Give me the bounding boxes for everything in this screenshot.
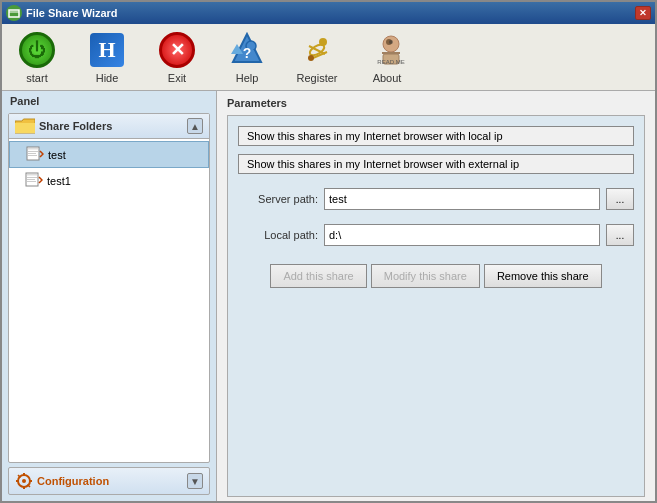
register-icon <box>297 30 337 70</box>
start-label: start <box>26 72 47 84</box>
svg-rect-22 <box>27 177 37 178</box>
params-content: Show this shares in my Internet browser … <box>227 115 645 497</box>
local-path-row: Local path: ... <box>238 224 634 246</box>
svg-rect-16 <box>28 148 38 150</box>
btn-external-ip[interactable]: Show this shares in my Internet browser … <box>238 154 634 174</box>
local-path-browse-button[interactable]: ... <box>606 224 634 246</box>
svg-text:READ ME: READ ME <box>377 59 404 65</box>
svg-rect-21 <box>27 174 37 176</box>
file-icon-test1 <box>25 171 43 190</box>
exit-label: Exit <box>168 72 186 84</box>
toolbar-hide[interactable]: H Hide <box>82 30 132 84</box>
title-controls: ✕ <box>635 6 651 20</box>
hide-label: Hide <box>96 72 119 84</box>
tree-header-left: Share Folders <box>15 118 112 134</box>
svg-rect-18 <box>28 153 36 154</box>
start-icon: ⏻ <box>17 30 57 70</box>
toolbar-help[interactable]: ? Help <box>222 30 272 84</box>
help-label: Help <box>236 72 259 84</box>
btn-local-ip[interactable]: Show this shares in my Internet browser … <box>238 126 634 146</box>
title-bar: File Share Wizard ✕ <box>2 2 655 24</box>
close-button[interactable]: ✕ <box>635 6 651 20</box>
local-path-input[interactable] <box>324 224 600 246</box>
svg-rect-24 <box>27 181 36 182</box>
svg-rect-0 <box>9 10 19 17</box>
configuration-section[interactable]: Configuration ▼ <box>8 467 210 495</box>
content-area: Panel Share Folders ▲ <box>2 91 655 501</box>
svg-rect-17 <box>28 151 38 152</box>
config-left: Configuration <box>15 472 109 490</box>
svg-rect-14 <box>382 52 400 54</box>
exit-x-icon: ✕ <box>159 32 195 68</box>
modify-share-button[interactable]: Modify this share <box>371 264 480 288</box>
about-label: About <box>373 72 402 84</box>
svg-point-12 <box>389 40 393 44</box>
panel-label: Panel <box>2 91 216 111</box>
server-path-input[interactable] <box>324 188 600 210</box>
main-area: Parameters Show this shares in my Intern… <box>217 91 655 501</box>
action-buttons: Add this share Modify this share Remove … <box>238 264 634 288</box>
toolbar-exit[interactable]: ✕ Exit <box>152 30 202 84</box>
toolbar: ⏻ start H Hide ✕ Exit <box>2 24 655 91</box>
help-icon: ? <box>227 30 267 70</box>
file-icon-test <box>26 145 44 164</box>
main-window: File Share Wizard ✕ ⏻ start H Hide ✕ Exi… <box>0 0 657 503</box>
tree-item-test1-label: test1 <box>47 175 71 187</box>
left-panel: Panel Share Folders ▲ <box>2 91 217 501</box>
svg-point-7 <box>319 38 327 46</box>
configuration-icon <box>15 472 33 490</box>
svg-text:?: ? <box>243 45 252 61</box>
svg-point-26 <box>22 479 26 483</box>
exit-icon: ✕ <box>157 30 197 70</box>
title-bar-left: File Share Wizard <box>6 5 118 21</box>
server-path-browse-button[interactable]: ... <box>606 188 634 210</box>
about-icon: READ ME <box>367 30 407 70</box>
tree-item-test1[interactable]: test1 <box>9 168 209 193</box>
hide-icon: H <box>87 30 127 70</box>
tree-item-test-label: test <box>48 149 66 161</box>
config-expand-button[interactable]: ▼ <box>187 473 203 489</box>
hide-h-icon: H <box>90 33 124 67</box>
tree-items: test tes <box>9 139 209 195</box>
toolbar-register[interactable]: Register <box>292 30 342 84</box>
server-path-row: Server path: ... <box>238 188 634 210</box>
window-title: File Share Wizard <box>26 7 118 19</box>
app-icon <box>6 5 22 21</box>
start-power-icon: ⏻ <box>19 32 55 68</box>
tree-item-test[interactable]: test <box>9 141 209 168</box>
local-path-label: Local path: <box>238 229 318 241</box>
tree-panel: Share Folders ▲ <box>8 113 210 463</box>
add-share-button[interactable]: Add this share <box>270 264 366 288</box>
collapse-button[interactable]: ▲ <box>187 118 203 134</box>
tree-header: Share Folders ▲ <box>9 114 209 139</box>
share-folders-label: Share Folders <box>39 120 112 132</box>
params-label: Parameters <box>227 95 645 115</box>
svg-rect-19 <box>28 155 37 156</box>
svg-rect-23 <box>27 179 35 180</box>
configuration-label: Configuration <box>37 475 109 487</box>
share-folders-icon <box>15 118 35 134</box>
register-label: Register <box>297 72 338 84</box>
toolbar-about[interactable]: READ ME About <box>362 30 412 84</box>
server-path-label: Server path: <box>238 193 318 205</box>
remove-share-button[interactable]: Remove this share <box>484 264 602 288</box>
svg-point-8 <box>308 55 314 61</box>
toolbar-start[interactable]: ⏻ start <box>12 30 62 84</box>
